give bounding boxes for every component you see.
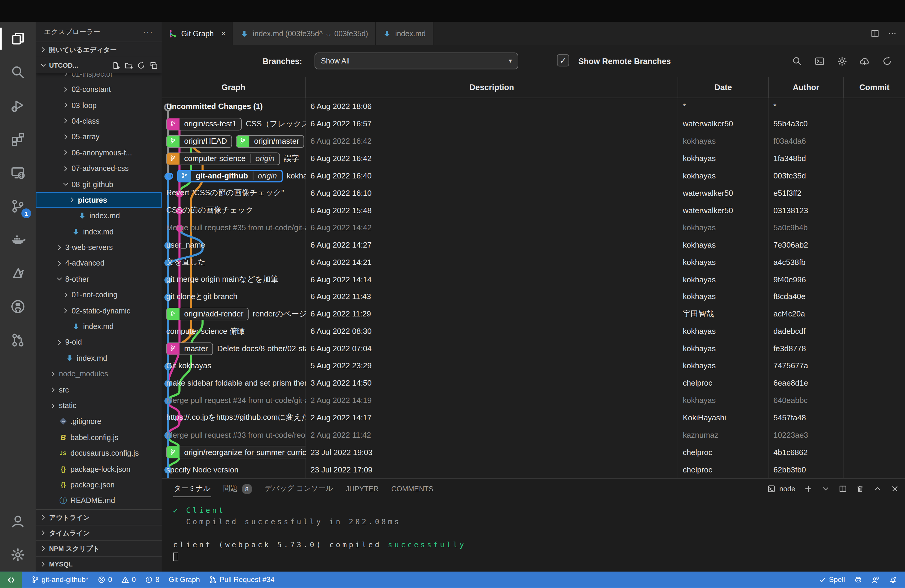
commit-row[interactable]: https://.co.jpをhttps://github.comに変えた2 A… [162, 409, 905, 426]
tree-item-package.json[interactable]: {}package.json [36, 477, 162, 493]
commit-row[interactable]: git-and-githuboriginkokhayas6 Aug 2022 1… [162, 167, 905, 185]
sidebar-section-タイムライン[interactable]: タイムライン [36, 525, 162, 540]
tree-item-01-not-coding[interactable]: 01-not-coding [36, 287, 162, 303]
panel-tab-ターミナル[interactable]: ターミナル [167, 479, 217, 499]
commit-row[interactable]: specify Node version23 Jul 2022 17:09che… [162, 461, 905, 478]
tree-item-index.md[interactable]: index.md [36, 208, 162, 224]
commit-row[interactable]: origin/add-renderrenderのページを編集しました6 Aug … [162, 305, 905, 323]
activity-item-source-control-icon[interactable]: 1 [0, 189, 36, 223]
branch-badge[interactable]: origin/reorganize-for-summer-curriculum [166, 446, 306, 458]
tree-item-06-anonymous-f...[interactable]: 06-anonymous-f... [36, 145, 162, 161]
commit-row[interactable]: make sidebar foldable and set prism them… [162, 375, 905, 392]
column-header-date[interactable]: Date [678, 77, 769, 97]
status-item-bell-dot-icon[interactable] [889, 576, 897, 584]
branch-badge[interactable]: origin/css-test1 [166, 118, 241, 130]
panel-tab-JUPYTER[interactable]: JUPYTER [340, 479, 385, 499]
branch-badge[interactable]: origin/HEAD [166, 135, 232, 148]
commit-row[interactable]: computer-scienceorigin誤字6 Aug 2022 16:42… [162, 150, 905, 167]
tree-item-pictures[interactable]: pictures [36, 192, 162, 208]
tree-item-02-static-dynamic[interactable]: 02-static-dynamic [36, 303, 162, 319]
panel-tab-COMMENTS[interactable]: COMMENTS [385, 479, 440, 499]
terminal-output[interactable]: ✔ Client Compiled successfully in 202.08… [162, 499, 905, 562]
commit-row[interactable]: user_name6 Aug 2022 14:27kokhayas7e306ab… [162, 236, 905, 254]
tree-item-package-lock.json[interactable]: {}package-lock.json [36, 461, 162, 477]
panel-close-icon[interactable] [891, 485, 899, 493]
activity-item-remote-explorer-icon[interactable] [0, 156, 36, 189]
column-header-commit[interactable]: Commit [844, 77, 905, 97]
activity-item-extensions-icon[interactable] [0, 122, 36, 156]
panel-chevron-up-icon[interactable] [873, 485, 882, 493]
tree-item-03-loop[interactable]: 03-loop [36, 97, 162, 113]
commit-row[interactable]: computer science 俯瞰6 Aug 2022 08:30kokha… [162, 323, 905, 340]
commit-row[interactable]: Merge pull request #33 from ut-code/reor… [162, 426, 905, 444]
branches-dropdown[interactable]: Show All ▾ [314, 52, 518, 69]
activity-item-debug-icon[interactable] [0, 89, 36, 122]
tree-item-02-constant[interactable]: 02-constant [36, 81, 162, 97]
new-folder-icon[interactable] [124, 61, 133, 70]
tab-git[interactable]: Git Graph× [162, 22, 233, 45]
status-item-8[interactable]: 8 [145, 576, 159, 584]
status-item-feedback-icon[interactable] [872, 576, 880, 584]
tree-item-index.md[interactable]: index.md [36, 319, 162, 334]
ellipsis-icon[interactable]: ··· [143, 28, 154, 36]
close-icon[interactable]: × [221, 29, 225, 38]
status-item-pull-request-34[interactable]: Pull Request #34 [209, 576, 275, 584]
toolbar-refresh-icon[interactable] [882, 56, 892, 66]
commit-row[interactable]: Uncommitted Changes (1)6 Aug 2022 18:06*… [162, 98, 905, 116]
commit-row[interactable]: origin/HEADorigin/masterMerge pull reque… [162, 133, 905, 150]
new-file-icon[interactable] [111, 61, 120, 70]
status-item-0[interactable]: 0 [98, 576, 112, 584]
commit-row[interactable]: CSSの節の画像チェック6 Aug 2022 15:48waterwalker5… [162, 202, 905, 219]
activity-item-files-icon[interactable] [0, 22, 36, 56]
branch-badge[interactable]: computer-scienceorigin [166, 152, 279, 165]
activity-item-pull-request-icon[interactable] [0, 323, 36, 357]
open-editors-section[interactable]: 開いているエディター [36, 41, 162, 57]
refresh-icon[interactable] [137, 61, 145, 70]
collapse-all-icon[interactable] [149, 61, 158, 70]
branch-badge[interactable]: origin/add-render [166, 308, 248, 320]
commit-row[interactable]: git merge origin mainなどを加筆6 Aug 2022 14:… [162, 271, 905, 288]
tree-item-nodemodules[interactable]: node_modules [36, 366, 162, 382]
status-item-git-and-github-[interactable]: git-and-github* [31, 576, 89, 584]
tree-item-3-web-servers[interactable]: 3-web-servers [36, 240, 162, 255]
show-remote-checkbox[interactable]: ✓ [557, 54, 569, 66]
status-item-spell[interactable]: Spell [819, 576, 845, 584]
tree-item-index.md[interactable]: index.md [36, 224, 162, 240]
status-item-git-graph[interactable]: Git Graph [168, 576, 200, 584]
shell-selector[interactable]: node [767, 485, 795, 493]
activity-item-gear-icon[interactable] [0, 538, 36, 572]
tree-item-08-git-github[interactable]: 08-git-github [36, 176, 162, 192]
panel-chevron-down-icon[interactable] [821, 485, 830, 493]
tree-item-docusaurus.config.js[interactable]: JSdocusaurus.config.js [36, 445, 162, 461]
status-item-copilot-icon[interactable] [854, 576, 862, 584]
tree-item-babel.config.js[interactable]: Bbabel.config.js [36, 429, 162, 445]
branch-badge[interactable]: master [166, 342, 213, 355]
branch-badge[interactable]: origin/master [236, 135, 304, 148]
tree-item-README.md[interactable]: ⓘREADME.md [36, 493, 162, 509]
activity-item-origami-extension-icon[interactable] [0, 256, 36, 290]
panel-trash-icon[interactable] [856, 485, 865, 493]
split-editor-icon[interactable] [870, 29, 880, 38]
tree-item-05-array[interactable]: 05-array [36, 129, 162, 145]
commit-row[interactable]: Merge pull request #34 from ut-code/git-… [162, 392, 905, 409]
sidebar-section-アウトライン[interactable]: アウトライン [36, 509, 162, 525]
tree-item-9-old[interactable]: 9-old [36, 334, 162, 350]
column-header-description[interactable]: Description [306, 77, 678, 97]
commit-row[interactable]: git cloneとgit branch6 Aug 2022 11:43kokh… [162, 288, 905, 305]
activity-item-github-icon[interactable] [0, 290, 36, 323]
activity-item-docker-icon[interactable] [0, 223, 36, 256]
activity-item-search-icon[interactable] [0, 56, 36, 89]
tree-item-.gitignore[interactable]: .gitignore [36, 413, 162, 429]
tree-item-static[interactable]: static [36, 397, 162, 413]
panel-split-editor-icon[interactable] [838, 485, 847, 493]
workspace-section-header[interactable]: UTCOD... [36, 57, 162, 73]
sidebar-section-NPM スクリプト[interactable]: NPM スクリプト [36, 540, 162, 556]
tab-index.md[interactable]: index.md [376, 22, 433, 45]
branch-badge[interactable]: git-and-githuborigin [177, 170, 283, 182]
toolbar-gear-icon[interactable] [837, 56, 847, 66]
toolbar-search-icon[interactable] [792, 56, 802, 66]
commit-row[interactable]: Git kokhayas5 Aug 2022 23:29kokhayas7475… [162, 357, 905, 375]
tree-item-4-advanced[interactable]: 4-advanced [36, 255, 162, 271]
commit-row[interactable]: masterDelete docs/8-other/02-static-dyna… [162, 340, 905, 357]
commit-row[interactable]: 文を直した6 Aug 2022 14:21kokhayasa4c538fb [162, 254, 905, 271]
